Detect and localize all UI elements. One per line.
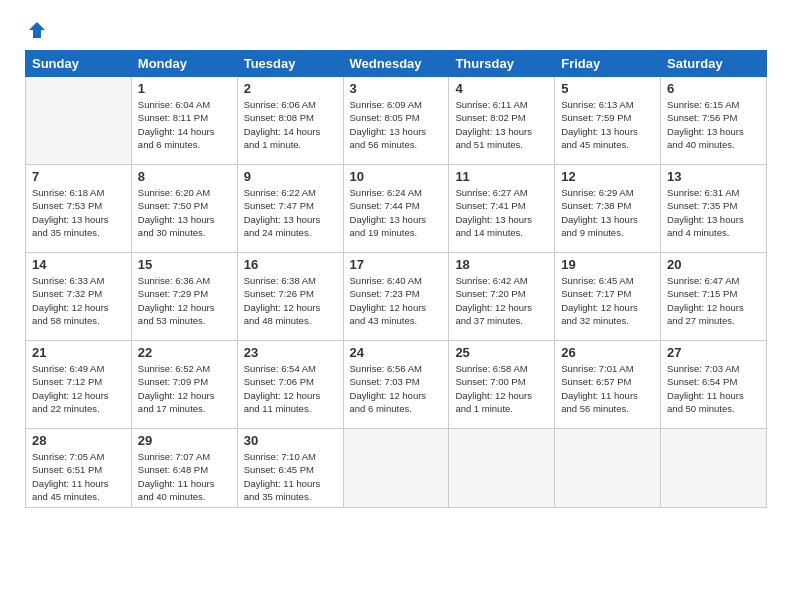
day-info: Sunrise: 6:33 AM Sunset: 7:32 PM Dayligh… xyxy=(32,274,125,327)
day-info: Sunrise: 6:42 AM Sunset: 7:20 PM Dayligh… xyxy=(455,274,548,327)
calendar-week-row: 7Sunrise: 6:18 AM Sunset: 7:53 PM Daylig… xyxy=(26,165,767,253)
day-number: 12 xyxy=(561,169,654,184)
day-info: Sunrise: 6:49 AM Sunset: 7:12 PM Dayligh… xyxy=(32,362,125,415)
day-info: Sunrise: 6:40 AM Sunset: 7:23 PM Dayligh… xyxy=(350,274,443,327)
day-number: 25 xyxy=(455,345,548,360)
day-info: Sunrise: 7:03 AM Sunset: 6:54 PM Dayligh… xyxy=(667,362,760,415)
day-info: Sunrise: 7:01 AM Sunset: 6:57 PM Dayligh… xyxy=(561,362,654,415)
day-number: 23 xyxy=(244,345,337,360)
calendar-col-thursday: Thursday xyxy=(449,51,555,77)
day-info: Sunrise: 6:22 AM Sunset: 7:47 PM Dayligh… xyxy=(244,186,337,239)
calendar-cell: 11Sunrise: 6:27 AM Sunset: 7:41 PM Dayli… xyxy=(449,165,555,253)
day-number: 4 xyxy=(455,81,548,96)
calendar-cell: 20Sunrise: 6:47 AM Sunset: 7:15 PM Dayli… xyxy=(661,253,767,341)
day-info: Sunrise: 7:07 AM Sunset: 6:48 PM Dayligh… xyxy=(138,450,231,503)
calendar-cell: 5Sunrise: 6:13 AM Sunset: 7:59 PM Daylig… xyxy=(555,77,661,165)
logo-icon xyxy=(27,20,47,40)
calendar-cell: 24Sunrise: 6:56 AM Sunset: 7:03 PM Dayli… xyxy=(343,341,449,429)
calendar-cell: 6Sunrise: 6:15 AM Sunset: 7:56 PM Daylig… xyxy=(661,77,767,165)
day-number: 28 xyxy=(32,433,125,448)
calendar-week-row: 21Sunrise: 6:49 AM Sunset: 7:12 PM Dayli… xyxy=(26,341,767,429)
calendar-table: SundayMondayTuesdayWednesdayThursdayFrid… xyxy=(25,50,767,508)
svg-marker-0 xyxy=(29,22,45,38)
day-info: Sunrise: 6:04 AM Sunset: 8:11 PM Dayligh… xyxy=(138,98,231,151)
calendar-cell: 2Sunrise: 6:06 AM Sunset: 8:08 PM Daylig… xyxy=(237,77,343,165)
day-info: Sunrise: 6:58 AM Sunset: 7:00 PM Dayligh… xyxy=(455,362,548,415)
calendar-week-row: 28Sunrise: 7:05 AM Sunset: 6:51 PM Dayli… xyxy=(26,429,767,508)
calendar-cell: 14Sunrise: 6:33 AM Sunset: 7:32 PM Dayli… xyxy=(26,253,132,341)
day-number: 1 xyxy=(138,81,231,96)
day-number: 3 xyxy=(350,81,443,96)
day-info: Sunrise: 6:20 AM Sunset: 7:50 PM Dayligh… xyxy=(138,186,231,239)
day-info: Sunrise: 6:52 AM Sunset: 7:09 PM Dayligh… xyxy=(138,362,231,415)
day-info: Sunrise: 6:29 AM Sunset: 7:38 PM Dayligh… xyxy=(561,186,654,239)
day-info: Sunrise: 6:15 AM Sunset: 7:56 PM Dayligh… xyxy=(667,98,760,151)
day-number: 10 xyxy=(350,169,443,184)
calendar-cell: 17Sunrise: 6:40 AM Sunset: 7:23 PM Dayli… xyxy=(343,253,449,341)
day-info: Sunrise: 6:47 AM Sunset: 7:15 PM Dayligh… xyxy=(667,274,760,327)
calendar-cell xyxy=(343,429,449,508)
day-info: Sunrise: 7:05 AM Sunset: 6:51 PM Dayligh… xyxy=(32,450,125,503)
day-info: Sunrise: 6:18 AM Sunset: 7:53 PM Dayligh… xyxy=(32,186,125,239)
day-number: 24 xyxy=(350,345,443,360)
day-number: 7 xyxy=(32,169,125,184)
calendar-cell: 29Sunrise: 7:07 AM Sunset: 6:48 PM Dayli… xyxy=(131,429,237,508)
day-number: 18 xyxy=(455,257,548,272)
calendar-cell: 19Sunrise: 6:45 AM Sunset: 7:17 PM Dayli… xyxy=(555,253,661,341)
calendar-col-wednesday: Wednesday xyxy=(343,51,449,77)
page-header xyxy=(25,20,767,40)
day-info: Sunrise: 6:13 AM Sunset: 7:59 PM Dayligh… xyxy=(561,98,654,151)
calendar-col-tuesday: Tuesday xyxy=(237,51,343,77)
calendar-cell xyxy=(555,429,661,508)
day-info: Sunrise: 6:27 AM Sunset: 7:41 PM Dayligh… xyxy=(455,186,548,239)
calendar-col-saturday: Saturday xyxy=(661,51,767,77)
day-number: 21 xyxy=(32,345,125,360)
day-number: 6 xyxy=(667,81,760,96)
day-number: 9 xyxy=(244,169,337,184)
day-info: Sunrise: 6:09 AM Sunset: 8:05 PM Dayligh… xyxy=(350,98,443,151)
calendar-col-sunday: Sunday xyxy=(26,51,132,77)
day-number: 17 xyxy=(350,257,443,272)
calendar-cell: 22Sunrise: 6:52 AM Sunset: 7:09 PM Dayli… xyxy=(131,341,237,429)
calendar-cell xyxy=(449,429,555,508)
day-number: 26 xyxy=(561,345,654,360)
calendar-header-row: SundayMondayTuesdayWednesdayThursdayFrid… xyxy=(26,51,767,77)
calendar-cell: 16Sunrise: 6:38 AM Sunset: 7:26 PM Dayli… xyxy=(237,253,343,341)
day-number: 15 xyxy=(138,257,231,272)
day-info: Sunrise: 6:31 AM Sunset: 7:35 PM Dayligh… xyxy=(667,186,760,239)
calendar-cell: 18Sunrise: 6:42 AM Sunset: 7:20 PM Dayli… xyxy=(449,253,555,341)
calendar-cell: 3Sunrise: 6:09 AM Sunset: 8:05 PM Daylig… xyxy=(343,77,449,165)
calendar-cell: 10Sunrise: 6:24 AM Sunset: 7:44 PM Dayli… xyxy=(343,165,449,253)
calendar-cell: 27Sunrise: 7:03 AM Sunset: 6:54 PM Dayli… xyxy=(661,341,767,429)
calendar-cell: 30Sunrise: 7:10 AM Sunset: 6:45 PM Dayli… xyxy=(237,429,343,508)
day-info: Sunrise: 6:06 AM Sunset: 8:08 PM Dayligh… xyxy=(244,98,337,151)
day-number: 8 xyxy=(138,169,231,184)
calendar-cell: 8Sunrise: 6:20 AM Sunset: 7:50 PM Daylig… xyxy=(131,165,237,253)
day-number: 27 xyxy=(667,345,760,360)
calendar-cell: 15Sunrise: 6:36 AM Sunset: 7:29 PM Dayli… xyxy=(131,253,237,341)
calendar-week-row: 14Sunrise: 6:33 AM Sunset: 7:32 PM Dayli… xyxy=(26,253,767,341)
day-info: Sunrise: 6:11 AM Sunset: 8:02 PM Dayligh… xyxy=(455,98,548,151)
calendar-cell: 7Sunrise: 6:18 AM Sunset: 7:53 PM Daylig… xyxy=(26,165,132,253)
day-number: 30 xyxy=(244,433,337,448)
calendar-cell xyxy=(26,77,132,165)
calendar-cell: 12Sunrise: 6:29 AM Sunset: 7:38 PM Dayli… xyxy=(555,165,661,253)
calendar-cell: 25Sunrise: 6:58 AM Sunset: 7:00 PM Dayli… xyxy=(449,341,555,429)
calendar-cell: 9Sunrise: 6:22 AM Sunset: 7:47 PM Daylig… xyxy=(237,165,343,253)
calendar-cell: 28Sunrise: 7:05 AM Sunset: 6:51 PM Dayli… xyxy=(26,429,132,508)
day-info: Sunrise: 6:24 AM Sunset: 7:44 PM Dayligh… xyxy=(350,186,443,239)
calendar-cell: 26Sunrise: 7:01 AM Sunset: 6:57 PM Dayli… xyxy=(555,341,661,429)
day-number: 19 xyxy=(561,257,654,272)
day-number: 29 xyxy=(138,433,231,448)
day-number: 13 xyxy=(667,169,760,184)
calendar-cell: 4Sunrise: 6:11 AM Sunset: 8:02 PM Daylig… xyxy=(449,77,555,165)
calendar-col-friday: Friday xyxy=(555,51,661,77)
day-number: 14 xyxy=(32,257,125,272)
day-number: 11 xyxy=(455,169,548,184)
calendar-cell: 23Sunrise: 6:54 AM Sunset: 7:06 PM Dayli… xyxy=(237,341,343,429)
logo xyxy=(25,20,47,40)
calendar-cell: 21Sunrise: 6:49 AM Sunset: 7:12 PM Dayli… xyxy=(26,341,132,429)
day-number: 20 xyxy=(667,257,760,272)
calendar-cell xyxy=(661,429,767,508)
day-number: 22 xyxy=(138,345,231,360)
